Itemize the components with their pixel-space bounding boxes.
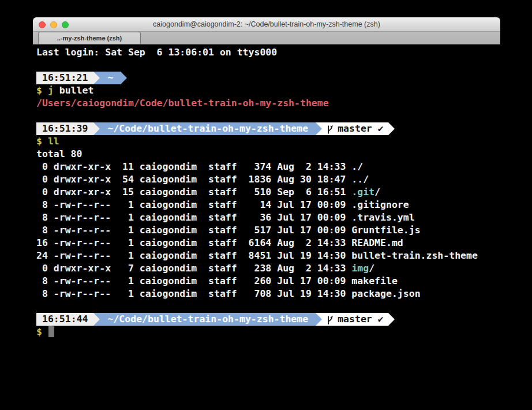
prompt-dir-segment: ~/Code/bullet-train-oh-my-zsh-theme: [100, 313, 316, 326]
git-clean-check-icon: ✔: [372, 122, 384, 135]
powerline-arrow-icon: [93, 122, 100, 135]
tab-label: ..-my-zsh-theme (zsh): [57, 35, 122, 42]
terminal-blank-line: [36, 300, 500, 313]
terminal-text: $: [36, 326, 48, 337]
terminal-line: Last login: Sat Sep 6 13:06:01 on ttys00…: [36, 46, 500, 59]
git-clean-check-icon: ✔: [372, 313, 384, 326]
terminal-text: img: [351, 263, 369, 274]
desktop: caiogondim@caiogondim-2: ~/Code/bullet-t…: [0, 0, 532, 410]
prompt-dir-segment: ~/Code/bullet-train-oh-my-zsh-theme: [100, 122, 316, 135]
terminal-text: 0 drwxr-xr-x 54 caiogondim staff 1836 Au…: [36, 174, 369, 185]
terminal-line: $: [36, 326, 500, 338]
title-bar[interactable]: caiogondim@caiogondim-2: ~/Code/bullet-t…: [33, 17, 500, 32]
tab-zsh[interactable]: ..-my-zsh-theme (zsh): [38, 32, 141, 44]
prompt-git-segment: master ✔: [322, 122, 388, 135]
terminal-text: 8 -rw-r--r-- 1 caiogondim staff 260 Jul …: [36, 275, 398, 286]
terminal-line: 8 -rw-r--r-- 1 caiogondim staff 36 Jul 1…: [36, 211, 500, 224]
terminal-line: 8 -rw-r--r-- 1 caiogondim staff 708 Jul …: [36, 288, 500, 300]
terminal-text: .git: [351, 187, 374, 197]
terminal-text: 0 drwxr-xr-x 11 caiogondim staff 374 Aug…: [36, 161, 363, 172]
prompt-dir-label: ~/Code/bullet-train-oh-my-zsh-theme: [107, 122, 308, 135]
prompt-time-segment: 16:51:39: [36, 122, 93, 135]
terminal-text: total 80: [36, 148, 82, 159]
prompt-time-label: 16:51:21: [42, 72, 88, 84]
terminal-line: 16 -rw-r--r-- 1 caiogondim staff 6164 Au…: [36, 237, 500, 249]
git-branch-icon: [327, 315, 334, 325]
terminal-blank-line: [36, 110, 500, 122]
prompt-dir-label: ~/Code/bullet-train-oh-my-zsh-theme: [107, 313, 308, 326]
terminal-text: bullet: [54, 85, 94, 96]
powerline-arrow-icon: [121, 72, 127, 84]
git-branch-icon: [327, 124, 334, 134]
prompt-git-segment: master ✔: [322, 313, 388, 326]
prompt-time-label: 16:51:44: [42, 313, 88, 326]
prompt-line: 16:51:21~: [36, 72, 500, 84]
terminal-line: 24 -rw-r--r-- 1 caiogondim staff 8451 Ju…: [36, 249, 500, 262]
powerline-arrow-icon: [93, 72, 100, 84]
terminal-text: j: [48, 85, 54, 96]
terminal-text: /: [369, 263, 374, 274]
prompt-time-segment: 16:51:44: [36, 313, 93, 326]
terminal-text: 8 -rw-r--r-- 1 caiogondim staff 517 Jul …: [36, 225, 421, 236]
powerline-arrow-icon: [388, 313, 395, 326]
terminal-blank-line: [36, 59, 500, 72]
terminal-line: 0 drwxr-xr-x 7 caiogondim staff 238 Aug …: [36, 262, 500, 275]
prompt-time-label: 16:51:39: [42, 122, 88, 135]
close-button[interactable]: [39, 21, 46, 28]
terminal-content[interactable]: Last login: Sat Sep 6 13:06:01 on ttys00…: [33, 44, 500, 338]
terminal-line: /Users/caiogondim/Code/bullet-train-oh-m…: [36, 97, 500, 110]
terminal-line: 8 -rw-r--r-- 1 caiogondim staff 517 Jul …: [36, 224, 500, 237]
prompt-dir-label: ~: [107, 72, 113, 84]
terminal-text: 24 -rw-r--r-- 1 caiogondim staff 8451 Ju…: [36, 250, 478, 261]
tab-bar: ..-my-zsh-theme (zsh): [33, 32, 500, 44]
terminal-text: 0 drwxr-xr-x 7 caiogondim staff 238 Aug …: [36, 263, 351, 274]
terminal-line: 8 -rw-r--r-- 1 caiogondim staff 14 Jul 1…: [36, 199, 500, 211]
terminal-text: ll: [48, 136, 59, 147]
window-title: caiogondim@caiogondim-2: ~/Code/bullet-t…: [153, 20, 380, 28]
prompt-line: 16:51:39~/Code/bullet-train-oh-my-zsh-th…: [36, 122, 500, 135]
prompt-dir-segment: ~: [100, 72, 121, 84]
zoom-button[interactable]: [62, 21, 69, 28]
terminal-text: $: [36, 136, 48, 147]
terminal-text: 8 -rw-r--r-- 1 caiogondim staff 36 Jul 1…: [36, 212, 415, 223]
terminal-text: 8 -rw-r--r-- 1 caiogondim staff 708 Jul …: [36, 288, 421, 299]
terminal-line: 0 drwxr-xr-x 54 caiogondim staff 1836 Au…: [36, 173, 500, 186]
terminal-text: $: [36, 85, 48, 96]
terminal-line: $ ll: [36, 135, 500, 148]
traffic-lights: [39, 21, 69, 28]
minimize-button[interactable]: [50, 21, 57, 28]
terminal-text: /: [374, 187, 380, 197]
terminal-line: total 80: [36, 148, 500, 161]
terminal-cursor: [48, 326, 54, 337]
git-branch-label: master: [338, 122, 372, 135]
terminal-line: $ j bullet: [36, 84, 500, 97]
terminal-line: 0 drwxr-xr-x 11 caiogondim staff 374 Aug…: [36, 161, 500, 173]
terminal-window: caiogondim@caiogondim-2: ~/Code/bullet-t…: [33, 17, 500, 410]
terminal-line: 0 drwxr-xr-x 15 caiogondim staff 510 Sep…: [36, 186, 500, 199]
prompt-time-segment: 16:51:21: [36, 72, 93, 84]
powerline-arrow-icon: [316, 313, 322, 326]
terminal-text: 0 drwxr-xr-x 15 caiogondim staff 510 Sep…: [36, 187, 351, 197]
git-branch-label: master: [338, 313, 372, 326]
terminal-text: /Users/caiogondim/Code/bullet-train-oh-m…: [36, 98, 329, 109]
terminal-text: 8 -rw-r--r-- 1 caiogondim staff 14 Jul 1…: [36, 199, 409, 210]
terminal-text: 16 -rw-r--r-- 1 caiogondim staff 6164 Au…: [36, 237, 403, 248]
terminal-line: 8 -rw-r--r-- 1 caiogondim staff 260 Jul …: [36, 275, 500, 288]
powerline-arrow-icon: [388, 122, 395, 135]
terminal-text: Last login: Sat Sep 6 13:06:01 on ttys00…: [36, 47, 277, 58]
powerline-arrow-icon: [93, 313, 100, 326]
powerline-arrow-icon: [316, 122, 322, 135]
prompt-line: 16:51:44~/Code/bullet-train-oh-my-zsh-th…: [36, 313, 500, 326]
